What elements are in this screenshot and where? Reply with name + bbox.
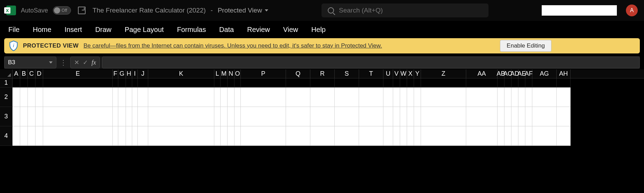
column-header[interactable]: P [241,69,286,78]
tab-draw[interactable]: Draw [95,26,112,34]
cell[interactable] [221,87,228,107]
cell[interactable] [132,87,138,107]
cell[interactable] [148,126,214,146]
column-header[interactable]: L [214,69,221,78]
cell[interactable] [35,87,43,107]
column-header[interactable]: R [310,69,335,78]
cell[interactable] [400,107,407,126]
cell[interactable] [228,107,234,126]
cell[interactable] [113,78,118,87]
cell[interactable] [393,78,400,87]
column-header[interactable]: AF [525,69,532,78]
cell[interactable] [400,78,407,87]
column-header[interactable]: Y [414,69,421,78]
cell[interactable] [43,107,113,126]
cancel-formula-icon[interactable]: ✕ [74,59,79,66]
cell[interactable] [400,126,407,146]
column-header[interactable]: M [221,69,228,78]
cell[interactable] [335,78,359,87]
cell[interactable] [407,78,414,87]
cell[interactable] [504,107,511,126]
cell[interactable] [518,87,525,107]
cell[interactable] [498,107,504,126]
cell[interactable] [113,126,118,146]
cell[interactable] [234,107,241,126]
fx-icon[interactable]: fx [92,59,96,66]
cell[interactable] [118,126,126,146]
tab-page-layout[interactable]: Page Layout [125,26,164,34]
enable-editing-button[interactable]: Enable Editing [500,40,551,52]
column-header[interactable]: V [393,69,400,78]
cell[interactable] [234,87,241,107]
cell[interactable] [393,107,400,126]
tab-view[interactable]: View [283,26,298,34]
cell[interactable] [525,87,532,107]
column-header[interactable]: Q [286,69,310,78]
cell[interactable] [43,78,113,87]
column-header[interactable]: K [148,69,214,78]
row-header[interactable]: 2 [0,87,13,107]
cell[interactable] [393,87,400,107]
column-header[interactable]: F [113,69,118,78]
search-input[interactable] [339,7,482,14]
cell[interactable] [214,87,221,107]
cell[interactable] [532,87,557,107]
cell[interactable] [214,126,221,146]
cell[interactable] [466,87,498,107]
column-header[interactable]: C [28,69,35,78]
cell[interactable] [132,78,138,87]
tab-data[interactable]: Data [219,26,234,34]
cell[interactable] [138,78,148,87]
autosave-toggle[interactable]: Off [53,6,71,15]
tab-help[interactable]: Help [311,26,326,34]
cell[interactable] [43,126,113,146]
cell[interactable] [335,107,359,126]
column-header[interactable]: AE [518,69,525,78]
cell[interactable] [148,107,214,126]
cell[interactable] [132,126,138,146]
cell[interactable] [132,107,138,126]
cell[interactable] [113,107,118,126]
cell[interactable] [241,126,286,146]
cell[interactable] [532,126,557,146]
cell[interactable] [383,107,393,126]
column-header[interactable]: B [20,69,28,78]
cell[interactable] [126,126,132,146]
cell[interactable] [221,107,228,126]
cell[interactable] [221,78,228,87]
column-header[interactable]: AA [466,69,498,78]
cell[interactable] [557,78,571,87]
cell[interactable] [335,126,359,146]
cell[interactable] [28,107,35,126]
cell[interactable] [28,87,35,107]
cell[interactable] [511,126,518,146]
cell[interactable] [421,78,466,87]
banner-message[interactable]: Be careful—files from the Internet can c… [84,42,382,49]
column-header[interactable]: AH [557,69,571,78]
tab-insert[interactable]: Insert [65,26,82,34]
cell[interactable] [532,78,557,87]
user-avatar[interactable]: A [626,5,638,16]
cell[interactable] [148,78,214,87]
tab-review[interactable]: Review [247,26,270,34]
formula-input[interactable] [102,57,640,68]
cell[interactable] [228,78,234,87]
cell[interactable] [310,126,335,146]
cell[interactable] [557,126,571,146]
cell[interactable] [20,78,28,87]
cell[interactable] [13,87,20,107]
tab-file[interactable]: File [8,26,19,34]
cell[interactable] [335,87,359,107]
cell[interactable] [466,78,498,87]
column-header[interactable]: G [118,69,126,78]
column-header[interactable]: AG [532,69,557,78]
cell[interactable] [286,126,310,146]
cell[interactable] [466,126,498,146]
cell[interactable] [525,78,532,87]
cell[interactable] [13,107,20,126]
cell[interactable] [13,126,20,146]
cells-area[interactable] [13,78,644,146]
cell[interactable] [35,126,43,146]
cell[interactable] [498,87,504,107]
cell[interactable] [393,126,400,146]
